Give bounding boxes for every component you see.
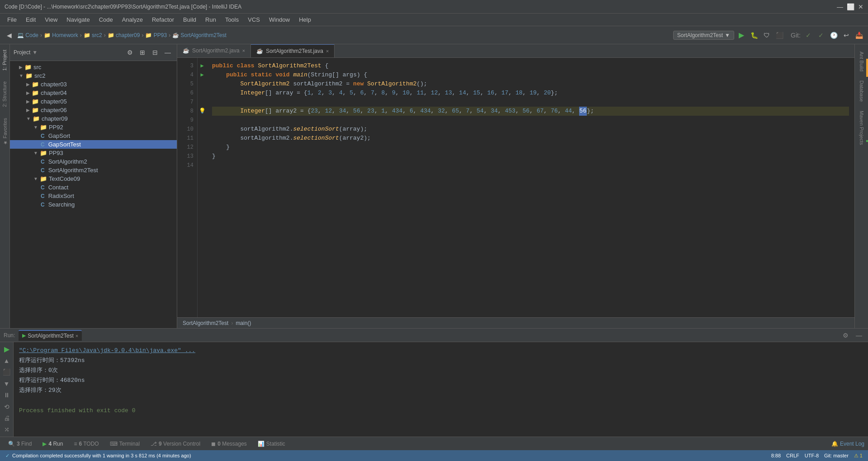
tab-run[interactable]: ▶ 4 Run [38, 439, 67, 449]
settings-icon[interactable]: ⚙ [124, 47, 135, 58]
tree-chapter09[interactable]: ▼ 📁 chapter09 [10, 114, 177, 123]
tree-src[interactable]: ▶ 📁 src [10, 63, 177, 71]
sidebar-database[interactable]: Database [856, 77, 867, 105]
breadcrumb-homework[interactable]: 📁 Homework [44, 32, 78, 38]
menu-code[interactable]: Code [95, 15, 117, 24]
print-button[interactable]: 🖨 [1, 414, 12, 422]
breadcrumb-pp93[interactable]: 📁 PP93 [145, 32, 167, 38]
menu-view[interactable]: View [41, 15, 61, 24]
tab-structure[interactable]: 2: Structure [0, 76, 9, 113]
tree-chapter04[interactable]: ▶ 📁 chapter04 [10, 89, 177, 97]
tab-statistic[interactable]: 📊 Statistic [253, 439, 290, 449]
tree-sortalgorithm2test[interactable]: C SortAlgorithm2Test [10, 166, 177, 174]
git-history-button[interactable]: 🕐 [828, 30, 839, 41]
minimize-panel-icon[interactable]: — [162, 47, 173, 58]
tab-messages[interactable]: ◼ 0 Messages [207, 439, 251, 449]
tree-gapsort[interactable]: C GapSort [10, 132, 177, 140]
rerun-button[interactable]: ▶ [1, 345, 12, 353]
stop-run-button[interactable]: ⬛ [1, 368, 12, 376]
line-ending[interactable]: CRLF [786, 453, 799, 458]
tab-favorites[interactable]: ★ Favorites [0, 113, 9, 151]
tab-project[interactable]: 1: Project [0, 44, 9, 76]
run-minimize-icon[interactable]: — [854, 330, 864, 341]
menu-tools[interactable]: Tools [222, 15, 242, 24]
tab-terminal[interactable]: ⌨ Terminal [105, 439, 144, 449]
expand-icon: ▼ [19, 73, 24, 78]
tab-todo-label: 6 TODO [79, 441, 99, 447]
tree-chapter05[interactable]: ▶ 📁 chapter05 [10, 97, 177, 106]
scroll-down-button[interactable]: ▼ [1, 379, 12, 388]
tree-radixsort[interactable]: C RadixSort [10, 192, 177, 200]
sidebar-maven[interactable]: Maven Projects [856, 107, 867, 149]
tab-todo[interactable]: ≡ 6 TODO [69, 439, 103, 449]
main-content: 1: Project 2: Structure ★ Favorites Proj… [0, 44, 868, 328]
menu-navigate[interactable]: Navigate [63, 15, 93, 24]
code-editor[interactable]: 3 4 5 6 7 8 9 10 11 12 13 14 ▶ ▶ [177, 58, 854, 317]
run-settings-icon[interactable]: ⚙ [840, 330, 851, 341]
warning-stripe [866, 59, 868, 77]
tree-gapsorttest[interactable]: C GapSortTest [10, 140, 177, 149]
run-tab-close[interactable]: × [75, 333, 78, 339]
menu-edit[interactable]: Edit [22, 15, 39, 24]
encoding[interactable]: UTF-8 [805, 453, 819, 458]
tab-close-sortalgorithm2[interactable]: × [242, 48, 245, 53]
expand-icon: ▼ [33, 125, 38, 130]
menu-analyze[interactable]: Analyze [118, 15, 146, 24]
collapse-all-icon[interactable]: ⊟ [150, 47, 160, 58]
back-button[interactable]: ◀ [4, 30, 14, 41]
menu-window[interactable]: Window [265, 15, 293, 24]
tree-pp93[interactable]: ▼ 📁 PP93 [10, 149, 177, 157]
code-content[interactable]: public class SortAlgorithm2Test { public… [207, 58, 854, 317]
git-push-button[interactable]: ✓ [816, 30, 826, 41]
tree-chapter06[interactable]: ▶ 📁 chapter06 [10, 106, 177, 114]
close-button[interactable]: ✕ [858, 3, 863, 10]
tree-pp92[interactable]: ▼ 📁 PP92 [10, 123, 177, 132]
menu-build[interactable]: Build [179, 15, 200, 24]
minimize-button[interactable]: — [837, 3, 843, 10]
tree-chapter03[interactable]: ▶ 📁 chapter03 [10, 80, 177, 89]
scroll-up-button[interactable]: ▲ [1, 356, 12, 365]
tab-sortalgorithm2[interactable]: ☕ SortAlgorithm2.java × [177, 44, 251, 57]
tree-sortalgorithm2[interactable]: C SortAlgorithm2 [10, 157, 177, 166]
git-check-button[interactable]: ✓ [803, 30, 814, 41]
tree-item-label: src [33, 64, 41, 71]
tab-find[interactable]: 🔍 3 Find [4, 439, 36, 449]
wrap-output-button[interactable]: ⟲ [1, 402, 12, 411]
coverage-button[interactable]: 🛡 [761, 30, 772, 41]
tree-contact[interactable]: C Contact [10, 183, 177, 192]
breadcrumb-file[interactable]: ☕ SortAlgorithm2Test [172, 32, 226, 38]
event-log-label[interactable]: Event Log [840, 441, 864, 447]
run-gutter-line4[interactable]: ▶ [200, 71, 203, 80]
git-shelf-button[interactable]: 📥 [854, 30, 864, 41]
cursor-position[interactable]: 8:88 [771, 453, 781, 458]
menu-refactor[interactable]: Refactor [148, 15, 178, 24]
tree-searching[interactable]: C Searching [10, 200, 177, 209]
pause-button[interactable]: ⏸ [1, 391, 12, 400]
tab-close-sortalgorithm2test[interactable]: × [326, 48, 329, 54]
debug-button[interactable]: 🐛 [749, 30, 760, 41]
menu-run[interactable]: Run [202, 15, 220, 24]
tree-textcode09[interactable]: ▼ 📁 TextCode09 [10, 174, 177, 183]
run-gutter-line3[interactable]: ▶ [200, 61, 203, 71]
menu-file[interactable]: File [4, 15, 20, 24]
menu-vcs[interactable]: VCS [244, 15, 264, 24]
stop-button[interactable]: ⬛ [774, 30, 785, 41]
menu-help[interactable]: Help [295, 15, 315, 24]
output-line-3: 选择排序：0次 [19, 366, 863, 376]
run-tab-sortalgorithm2test[interactable]: ▶ SortAlgorithm2Test × [19, 330, 82, 341]
maximize-button[interactable]: ⬜ [847, 3, 854, 10]
git-rollback-button[interactable]: ↩ [841, 30, 852, 41]
breadcrumb-chapter09[interactable]: 📁 chapter09 [108, 32, 140, 38]
breadcrumb-src2[interactable]: 📁 src2 [84, 32, 102, 38]
run-config-selector[interactable]: SortAlgorithm2Test ▼ [673, 31, 734, 40]
expand-all-icon[interactable]: ⊞ [137, 47, 148, 58]
tab-sortalgorithm2test[interactable]: ☕ SortAlgorithm2Test.java × [251, 44, 335, 57]
breadcrumb-code[interactable]: 💻 Code [17, 32, 38, 38]
tree-src2[interactable]: ▼ 📁 src2 [10, 71, 177, 80]
sidebar-ant-build[interactable]: Ant Build [856, 48, 867, 75]
java-exe-link[interactable]: "C:\Program Files\Java\jdk-9.0.4\bin\jav… [19, 347, 195, 354]
run-button[interactable]: ▶ [736, 30, 747, 41]
bulb-gutter-line8[interactable]: 💡 [199, 107, 206, 116]
tab-version-control[interactable]: ⎇ 9 Version Control [146, 439, 205, 449]
clear-output-button[interactable]: ⤮ [1, 425, 12, 434]
